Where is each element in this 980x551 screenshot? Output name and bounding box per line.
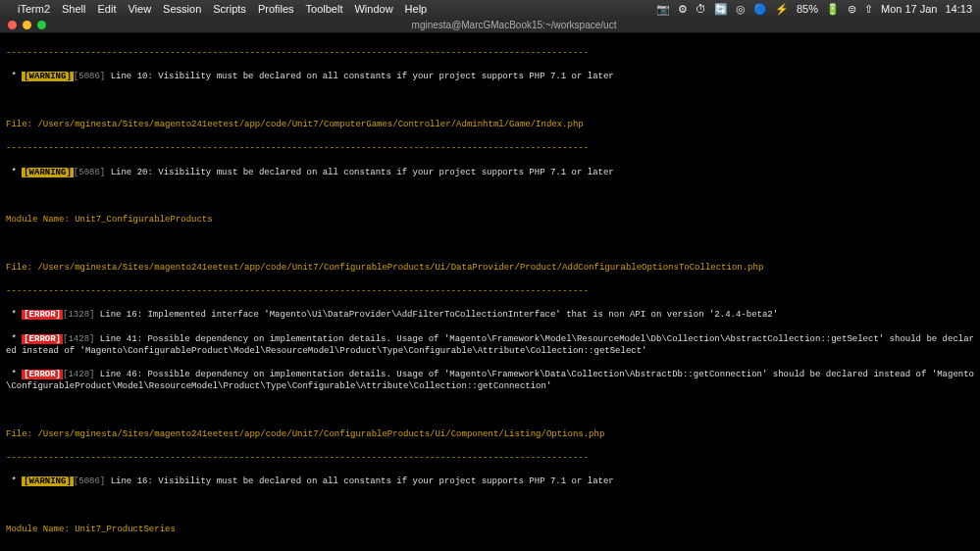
status-camera-icon[interactable]: 📷: [656, 3, 670, 16]
separator: ----------------------------------------…: [6, 285, 974, 297]
log-line: * [WARNING][5086] Line 10: Visibility mu…: [6, 71, 974, 82]
warning-tag: [WARNING]: [22, 476, 74, 486]
status-power-icon[interactable]: ⚡: [775, 3, 789, 16]
file-header: File: /Users/mginesta/Sites/magento241ee…: [6, 262, 974, 274]
separator: ----------------------------------------…: [6, 47, 974, 59]
terminal-viewport[interactable]: ----------------------------------------…: [0, 33, 980, 551]
menu-edit[interactable]: Edit: [97, 3, 116, 15]
menu-shell[interactable]: Shell: [62, 3, 85, 15]
traffic-lights: [8, 21, 46, 29]
status-battery-pct[interactable]: 85%: [797, 3, 818, 15]
log-line: * [ERROR][1328] Line 16: Implemented int…: [6, 309, 974, 321]
status-time[interactable]: 14:13: [945, 3, 972, 15]
file-header: File: /Users/mginesta/Sites/magento241ee…: [6, 428, 974, 440]
separator: ----------------------------------------…: [6, 142, 974, 154]
status-timer-icon[interactable]: ⏱: [696, 3, 706, 15]
minimize-window-button[interactable]: [23, 21, 31, 29]
file-header: File: /Users/mginesta/Sites/magento241ee…: [6, 119, 974, 130]
log-line: * [ERROR][1428] Line 41: Possible depend…: [6, 333, 974, 357]
warning-tag: [WARNING]: [22, 72, 74, 81]
status-circle-icon[interactable]: ◎: [736, 3, 746, 16]
menu-scripts[interactable]: Scripts: [213, 3, 246, 15]
status-settings-icon[interactable]: ⚙: [678, 3, 688, 16]
log-line: * [WARNING][5086] Line 16: Visibility mu…: [6, 476, 974, 487]
menu-iterm2[interactable]: iTerm2: [18, 3, 50, 15]
log-line: * [WARNING][5086] Line 20: Visibility mu…: [6, 167, 974, 178]
menu-help[interactable]: Help: [405, 3, 428, 15]
status-wifi-icon[interactable]: ⊜: [848, 3, 856, 16]
window-title: mginesta@MarcGMacBook15:~/workspace/uct: [56, 20, 972, 30]
error-tag: [ERROR]: [22, 334, 63, 344]
zoom-window-button[interactable]: [37, 21, 46, 29]
menu-view[interactable]: View: [128, 3, 151, 15]
status-date[interactable]: Mon 17 Jan: [881, 3, 937, 15]
menu-session[interactable]: Session: [163, 3, 201, 15]
macos-menubar: iTerm2 Shell Edit View Session Scripts P…: [0, 0, 980, 18]
module-header: Module Name: Unit7_ProductSeries: [6, 524, 974, 535]
menu-window[interactable]: Window: [354, 3, 392, 15]
error-tag: [ERROR]: [22, 370, 63, 379]
menu-toolbelt[interactable]: Toolbelt: [306, 3, 343, 15]
close-window-button[interactable]: [8, 21, 17, 29]
status-bluetooth-icon[interactable]: 🔵: [753, 3, 767, 16]
status-battery-icon[interactable]: 🔋: [826, 3, 840, 16]
separator: ----------------------------------------…: [6, 452, 974, 464]
status-sync-icon[interactable]: 🔄: [714, 3, 728, 16]
error-tag: [ERROR]: [22, 310, 63, 320]
menu-profiles[interactable]: Profiles: [258, 3, 294, 15]
log-line: * [ERROR][1428] Line 46: Possible depend…: [6, 369, 974, 392]
warning-tag: [WARNING]: [22, 168, 74, 177]
module-header: Module Name: Unit7_ConfigurableProducts: [6, 214, 974, 225]
status-input-icon[interactable]: ⇧: [864, 3, 873, 16]
window-titlebar: mginesta@MarcGMacBook15:~/workspace/uct: [0, 18, 980, 33]
